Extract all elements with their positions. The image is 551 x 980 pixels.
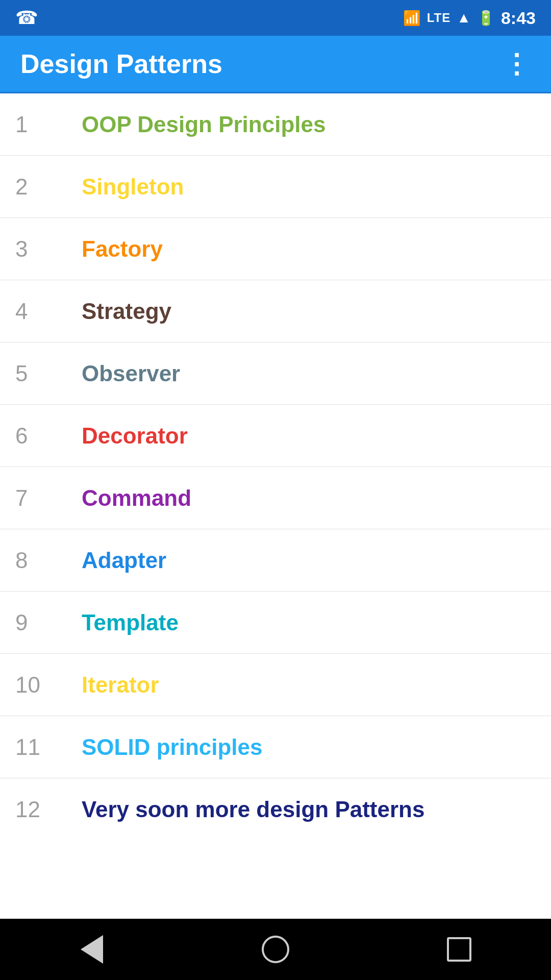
item-number: 1 xyxy=(15,112,61,137)
item-label: Decorator xyxy=(61,423,188,449)
app-bar: Design Patterns ⋮ xyxy=(0,36,551,92)
item-number: 2 xyxy=(15,174,61,200)
wifi-icon: 📶 xyxy=(403,10,421,27)
overflow-menu-button[interactable]: ⋮ xyxy=(503,48,531,79)
item-label: Template xyxy=(61,610,179,635)
back-triangle-icon xyxy=(81,935,103,964)
item-label: Singleton xyxy=(61,174,184,200)
recents-button[interactable] xyxy=(434,924,485,975)
design-patterns-list: 1OOP Design Principles2Singleton3Factory… xyxy=(0,93,551,919)
clock: 8:43 xyxy=(501,8,536,28)
list-item[interactable]: 3Factory xyxy=(0,218,551,280)
status-bar: ☎ 📶 LTE ▲ 🔋 8:43 xyxy=(0,0,551,36)
item-number: 9 xyxy=(15,610,61,635)
item-label: Adapter xyxy=(61,548,166,573)
list-item[interactable]: 9Template xyxy=(0,592,551,654)
list-item[interactable]: 7Command xyxy=(0,467,551,529)
list-item[interactable]: 8Adapter xyxy=(0,529,551,592)
item-label: Observer xyxy=(61,361,180,386)
item-number: 10 xyxy=(15,672,61,698)
item-label: Factory xyxy=(61,236,163,262)
list-item[interactable]: 5Observer xyxy=(0,342,551,405)
item-number: 5 xyxy=(15,361,61,386)
list-item[interactable]: 2Singleton xyxy=(0,156,551,218)
item-label: Command xyxy=(61,485,191,511)
item-number: 8 xyxy=(15,548,61,573)
lte-badge: LTE xyxy=(427,11,451,25)
nav-bar xyxy=(0,919,551,980)
item-label: Iterator xyxy=(61,672,159,698)
item-number: 12 xyxy=(15,797,61,822)
item-label: Very soon more design Patterns xyxy=(61,797,424,822)
phone-icon: ☎ xyxy=(15,7,38,29)
list-item[interactable]: 4Strategy xyxy=(0,280,551,342)
back-button[interactable] xyxy=(66,924,117,975)
recents-square-icon xyxy=(447,937,471,962)
item-label: OOP Design Principles xyxy=(61,112,325,137)
battery-icon: 🔋 xyxy=(477,10,495,27)
list-item[interactable]: 6Decorator xyxy=(0,405,551,467)
item-label: SOLID principles xyxy=(61,734,263,760)
status-bar-left: ☎ xyxy=(15,7,38,29)
item-number: 6 xyxy=(15,423,61,449)
item-number: 4 xyxy=(15,299,61,324)
app-bar-title: Design Patterns xyxy=(20,48,222,79)
item-number: 7 xyxy=(15,485,61,511)
list-item[interactable]: 11SOLID principles xyxy=(0,716,551,778)
item-number: 11 xyxy=(15,734,61,760)
home-button[interactable] xyxy=(250,924,301,975)
signal-icon: ▲ xyxy=(457,10,471,26)
home-circle-icon xyxy=(262,936,289,963)
list-item[interactable]: 12Very soon more design Patterns xyxy=(0,778,551,841)
status-bar-right: 📶 LTE ▲ 🔋 8:43 xyxy=(403,8,536,28)
list-item[interactable]: 1OOP Design Principles xyxy=(0,93,551,156)
list-item[interactable]: 10Iterator xyxy=(0,654,551,716)
item-number: 3 xyxy=(15,236,61,262)
item-label: Strategy xyxy=(61,299,171,324)
